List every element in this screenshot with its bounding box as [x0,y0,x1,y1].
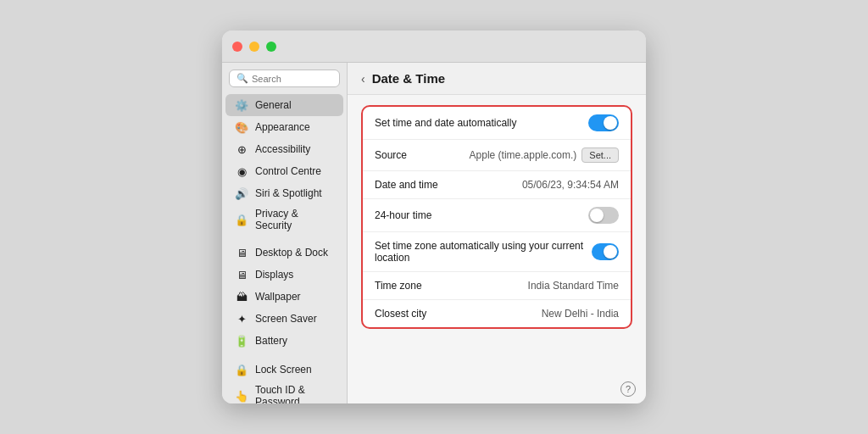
help-button[interactable]: ? [620,381,636,397]
sidebar-item-control-centre[interactable]: ◉ Control Centre [225,160,343,182]
set-button[interactable]: Set... [581,147,619,163]
sidebar-item-label: General [255,99,292,111]
datetime-value: 05/06/23, 9:34:54 AM [522,179,619,191]
sidebar-item-label: Privacy & Security [255,208,335,231]
back-button[interactable]: ‹ [361,72,365,86]
window-content: 🔍 ⚙️ General 🎨 Appearance ⊕ Accessibilit… [222,63,646,403]
maximize-button[interactable] [266,42,276,52]
control-centre-icon: ◉ [234,164,249,179]
main-header: ‹ Date & Time [348,63,646,95]
page-title: Date & Time [372,71,445,86]
touch-id-icon: 👆 [234,388,249,403]
sidebar-item-label: Appearance [255,121,310,133]
row-label: Source [375,149,407,161]
sidebar-item-label: Siri & Spotlight [255,187,322,199]
sidebar-item-displays[interactable]: 🖥 Displays [225,264,343,286]
siri-icon: 🔊 [234,186,249,201]
sidebar-item-touch-id[interactable]: 👆 Touch ID & Password [225,381,343,403]
general-icon: ⚙️ [234,97,249,113]
sidebar-item-general[interactable]: ⚙️ General [225,94,343,116]
table-row: Set time zone automatically using your c… [363,232,631,272]
main-panel: ‹ Date & Time Set time and date automati… [348,63,646,403]
row-label: Closest city [375,308,426,320]
displays-icon: 🖥 [234,267,249,282]
settings-card: Set time and date automatically Source A… [361,105,632,329]
sidebar-item-accessibility[interactable]: ⊕ Accessibility [225,138,343,160]
lock-screen-icon: 🔒 [234,362,249,377]
help-area: ? [348,378,646,403]
table-row: Closest city New Delhi - India [363,300,631,327]
row-label: Date and time [375,179,438,191]
privacy-icon: 🔒 [234,212,249,227]
search-icon: 🔍 [236,73,248,84]
close-button[interactable] [232,42,242,52]
appearance-icon: 🎨 [234,120,249,135]
accessibility-icon: ⊕ [234,142,249,157]
table-row: Source Apple (time.apple.com.) Set... [363,140,631,171]
sidebar-item-label: Desktop & Dock [255,247,328,259]
sidebar-item-label: Touch ID & Password [255,384,335,403]
sidebar-item-label: Wallpaper [255,291,301,303]
auto-datetime-toggle[interactable] [588,114,619,131]
sidebar-item-label: Displays [255,269,293,281]
sidebar: 🔍 ⚙️ General 🎨 Appearance ⊕ Accessibilit… [222,63,348,403]
source-value: Apple (time.apple.com.) Set... [470,147,619,163]
table-row: Set time and date automatically [363,107,631,140]
sidebar-item-privacy-security[interactable]: 🔒 Privacy & Security [225,204,343,235]
sidebar-item-label: Battery [255,335,287,347]
sidebar-item-battery[interactable]: 🔋 Battery [225,330,343,352]
24hour-toggle[interactable] [588,207,619,224]
screen-saver-icon: ✦ [234,311,249,326]
sidebar-item-desktop-dock[interactable]: 🖥 Desktop & Dock [225,242,343,264]
sidebar-item-appearance[interactable]: 🎨 Appearance [225,116,343,138]
sidebar-item-screen-saver[interactable]: ✦ Screen Saver [225,308,343,330]
table-row: Time zone India Standard Time [363,272,631,300]
row-label: 24-hour time [375,209,431,221]
titlebar [222,31,646,63]
sidebar-item-wallpaper[interactable]: 🏔 Wallpaper [225,286,343,308]
row-label: Set time zone automatically using your c… [375,240,592,264]
sidebar-item-label: Accessibility [255,143,310,155]
battery-icon: 🔋 [234,333,249,348]
desktop-dock-icon: 🖥 [234,245,249,260]
sidebar-item-label: Lock Screen [255,364,312,376]
table-row: 24-hour time [363,199,631,232]
table-row: Date and time 05/06/23, 9:34:54 AM [363,171,631,199]
minimize-button[interactable] [249,42,259,52]
wallpaper-icon: 🏔 [234,289,249,304]
sidebar-item-lock-screen[interactable]: 🔒 Lock Screen [225,359,343,381]
source-text: Apple (time.apple.com.) [470,149,577,161]
search-box[interactable]: 🔍 [229,70,340,87]
main-content: Set time and date automatically Source A… [348,95,646,378]
closest-city-value: New Delhi - India [542,308,619,320]
sidebar-item-siri-spotlight[interactable]: 🔊 Siri & Spotlight [225,182,343,204]
sidebar-item-label: Control Centre [255,165,321,177]
row-label: Set time and date automatically [375,117,516,129]
settings-window: 🔍 ⚙️ General 🎨 Appearance ⊕ Accessibilit… [222,31,646,403]
sidebar-item-label: Screen Saver [255,313,317,325]
row-label: Time zone [375,280,422,292]
auto-timezone-toggle[interactable] [592,243,619,260]
search-input[interactable] [252,74,332,84]
timezone-value: India Standard Time [528,280,619,292]
